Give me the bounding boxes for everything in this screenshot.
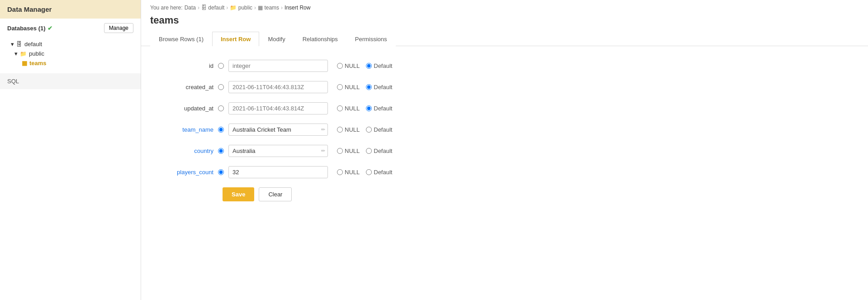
label-country: country xyxy=(159,148,213,154)
default-db-label: default xyxy=(24,41,42,48)
label-id: id xyxy=(159,62,213,69)
null-default-id: NULL Default xyxy=(337,62,392,69)
edit-icon-team-name[interactable]: ✏ xyxy=(321,127,325,133)
null-label-team-name[interactable]: NULL xyxy=(337,126,360,133)
chevron-down-icon: ▾ xyxy=(11,41,14,48)
input-created-at[interactable] xyxy=(228,81,328,93)
null-label-country[interactable]: NULL xyxy=(337,148,360,154)
null-label-updated-at[interactable]: NULL xyxy=(337,105,360,112)
default-label-created-at[interactable]: Default xyxy=(366,84,392,90)
radio-team-name-default[interactable] xyxy=(366,127,372,133)
label-players-count: players_count xyxy=(159,169,213,176)
check-icon: ✔ xyxy=(47,25,52,32)
breadcrumb-current: Insert Row xyxy=(285,5,310,11)
input-wrapper-players-count xyxy=(228,166,328,178)
manage-button[interactable]: Manage xyxy=(104,23,133,33)
databases-text: Databases (1) xyxy=(7,25,46,32)
tree: ▾ 🗄 default ▾ 📁 public ▦ teams xyxy=(0,38,141,70)
radio-players-count xyxy=(218,169,224,175)
label-updated-at: updated_at xyxy=(159,105,213,112)
radio-updated-at-null[interactable] xyxy=(337,105,343,111)
main-content: You are here: Data › 🗄 default › 📁 publi… xyxy=(141,0,868,300)
radio-created-at-default[interactable] xyxy=(366,84,372,90)
tab-insert-row[interactable]: Insert Row xyxy=(212,32,259,46)
public-schema-label: public xyxy=(29,50,44,57)
radio-country-null[interactable] xyxy=(337,148,343,154)
page-title: teams xyxy=(141,13,868,32)
input-country[interactable] xyxy=(228,145,328,157)
radio-players-count-null[interactable] xyxy=(337,169,343,175)
field-row-id: id NULL Default xyxy=(159,60,850,72)
sep2: › xyxy=(226,5,228,11)
radio-id-null[interactable] xyxy=(337,63,343,69)
sep3: › xyxy=(254,5,256,11)
null-label-created-at[interactable]: NULL xyxy=(337,84,360,90)
sidebar: Data Manager Databases (1) ✔ Manage ▾ 🗄 … xyxy=(0,0,141,300)
tab-insert-row-label: Insert Row xyxy=(221,36,251,43)
default-label-players-count[interactable]: Default xyxy=(366,169,392,176)
radio-players-count-value[interactable] xyxy=(218,169,224,175)
null-default-team-name: NULL Default xyxy=(337,126,392,133)
default-label-country[interactable]: Default xyxy=(366,148,392,154)
sep4: › xyxy=(281,5,283,11)
breadcrumb-public-link[interactable]: public xyxy=(238,5,252,11)
default-label-id[interactable]: Default xyxy=(366,62,392,69)
table-icon: ▦ xyxy=(22,60,27,67)
null-label-players-count[interactable]: NULL xyxy=(337,169,360,176)
tree-item-default[interactable]: ▾ 🗄 default xyxy=(7,39,133,49)
label-team-name: team_name xyxy=(159,126,213,133)
edit-icon-country[interactable]: ✏ xyxy=(321,148,325,154)
sql-label: SQL xyxy=(7,78,19,85)
input-updated-at[interactable] xyxy=(228,102,328,114)
radio-id xyxy=(218,63,224,69)
breadcrumb-data[interactable]: Data xyxy=(185,5,196,11)
radio-players-count-default[interactable] xyxy=(366,169,372,175)
radio-updated-at-value[interactable] xyxy=(218,105,224,111)
breadcrumb-teams: ▦ teams xyxy=(258,5,279,11)
radio-team-name-null[interactable] xyxy=(337,127,343,133)
tab-modify-label: Modify xyxy=(268,36,285,43)
radio-country-default[interactable] xyxy=(366,148,372,154)
teams-table-label: teams xyxy=(29,60,47,67)
sidebar-sql[interactable]: SQL xyxy=(0,73,141,89)
databases-section: Databases (1) ✔ Manage xyxy=(0,19,141,38)
breadcrumb-public: 📁 public xyxy=(230,5,252,11)
radio-created-at-null[interactable] xyxy=(337,84,343,90)
chevron-down-icon2: ▾ xyxy=(14,50,18,57)
tab-permissions[interactable]: Permissions xyxy=(346,32,396,46)
save-button[interactable]: Save xyxy=(223,187,254,201)
radio-id-default[interactable] xyxy=(366,63,372,69)
null-default-updated-at: NULL Default xyxy=(337,105,392,112)
input-wrapper-team-name: ✏ xyxy=(228,124,328,136)
radio-team-name xyxy=(218,127,224,133)
tree-item-public[interactable]: ▾ 📁 public xyxy=(7,49,133,58)
tab-browse-rows[interactable]: Browse Rows (1) xyxy=(150,32,212,46)
breadcrumb-default: 🗄 default xyxy=(201,5,224,11)
field-row-players-count: players_count NULL Default xyxy=(159,166,850,178)
breadcrumb-teams-link[interactable]: teams xyxy=(264,5,279,11)
radio-updated-at xyxy=(218,105,224,111)
breadcrumb-default-link[interactable]: default xyxy=(208,5,224,11)
clear-button[interactable]: Clear xyxy=(259,187,292,201)
tab-modify[interactable]: Modify xyxy=(259,32,294,46)
default-label-team-name[interactable]: Default xyxy=(366,126,392,133)
radio-updated-at-default[interactable] xyxy=(366,105,372,111)
radio-id-value[interactable] xyxy=(218,63,224,69)
radio-team-name-value[interactable] xyxy=(218,127,224,133)
form-area: id NULL Default created_at xyxy=(141,46,868,300)
input-players-count[interactable] xyxy=(228,166,328,178)
you-are-here: You are here: xyxy=(150,5,183,11)
tab-relationships[interactable]: Relationships xyxy=(294,32,346,46)
null-default-created-at: NULL Default xyxy=(337,84,392,90)
input-team-name[interactable] xyxy=(228,124,328,136)
null-default-players-count: NULL Default xyxy=(337,169,392,176)
null-default-country: NULL Default xyxy=(337,148,392,154)
tree-item-teams[interactable]: ▦ teams xyxy=(7,58,133,68)
default-label-updated-at[interactable]: Default xyxy=(366,105,392,112)
radio-created-at-value[interactable] xyxy=(218,84,224,90)
db-icon: 🗄 xyxy=(16,41,22,48)
radio-country-value[interactable] xyxy=(218,148,224,154)
null-label-id[interactable]: NULL xyxy=(337,62,360,69)
input-id[interactable] xyxy=(228,60,328,72)
sidebar-header: Data Manager xyxy=(0,0,141,19)
